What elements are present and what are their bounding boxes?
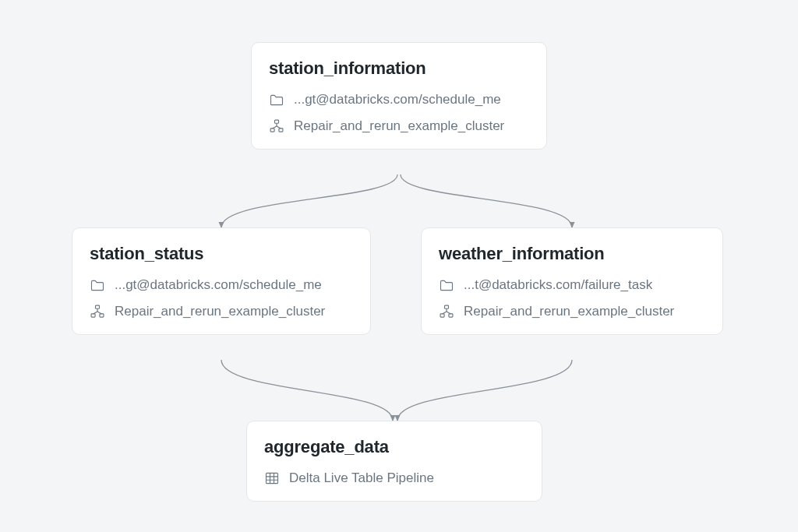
cluster-icon: [439, 304, 454, 319]
task-title: station_status: [90, 244, 353, 264]
task-node-weather-information[interactable]: weather_information ...t@databricks.com/…: [421, 227, 723, 335]
task-cluster-row: Repair_and_rerun_example_cluster: [439, 303, 705, 320]
task-title: weather_information: [439, 244, 705, 264]
task-path-row: ...gt@databricks.com/schedule_me: [90, 277, 353, 294]
svg-rect-6: [445, 305, 449, 308]
cluster-icon: [90, 304, 105, 319]
svg-rect-3: [96, 305, 100, 308]
edge-station-status-to-aggregate-data: [221, 360, 393, 421]
task-cluster: Repair_and_rerun_example_cluster: [115, 303, 325, 320]
task-cluster-row: Repair_and_rerun_example_cluster: [269, 118, 529, 135]
folder-icon: [439, 277, 454, 293]
edge-station-information-to-station-status: [221, 174, 397, 227]
task-title: station_information: [269, 58, 529, 79]
svg-rect-1: [270, 129, 274, 132]
svg-rect-5: [100, 314, 104, 317]
svg-rect-7: [440, 314, 444, 317]
task-pipeline: Delta Live Table Pipeline: [289, 470, 434, 487]
task-cluster: Repair_and_rerun_example_cluster: [464, 303, 674, 320]
edge-weather-information-to-aggregate-data: [397, 360, 572, 421]
task-path: ...gt@databricks.com/schedule_me: [115, 277, 322, 294]
svg-rect-9: [267, 473, 278, 483]
table-icon: [264, 470, 280, 486]
task-node-aggregate-data[interactable]: aggregate_data Delta Live Table Pipeline: [246, 421, 542, 502]
task-cluster-row: Repair_and_rerun_example_cluster: [90, 303, 353, 320]
folder-icon: [90, 277, 105, 293]
task-title: aggregate_data: [264, 437, 524, 457]
svg-rect-8: [449, 314, 453, 317]
svg-rect-4: [91, 314, 95, 317]
task-path: ...t@databricks.com/failure_task: [464, 277, 652, 294]
task-path: ...gt@databricks.com/schedule_me: [294, 91, 501, 108]
task-node-station-status[interactable]: station_status ...gt@databricks.com/sche…: [72, 227, 371, 335]
task-pipeline-row: Delta Live Table Pipeline: [264, 470, 524, 487]
edge-station-information-to-weather-information: [401, 174, 572, 227]
task-node-station-information[interactable]: station_information ...gt@databricks.com…: [251, 42, 547, 150]
folder-icon: [269, 92, 284, 107]
task-path-row: ...t@databricks.com/failure_task: [439, 277, 705, 294]
svg-rect-2: [279, 129, 283, 132]
svg-rect-0: [275, 120, 279, 123]
task-cluster: Repair_and_rerun_example_cluster: [294, 118, 504, 135]
dag-canvas: station_information ...gt@databricks.com…: [0, 0, 798, 532]
cluster-icon: [269, 118, 284, 134]
task-path-row: ...gt@databricks.com/schedule_me: [269, 91, 529, 108]
